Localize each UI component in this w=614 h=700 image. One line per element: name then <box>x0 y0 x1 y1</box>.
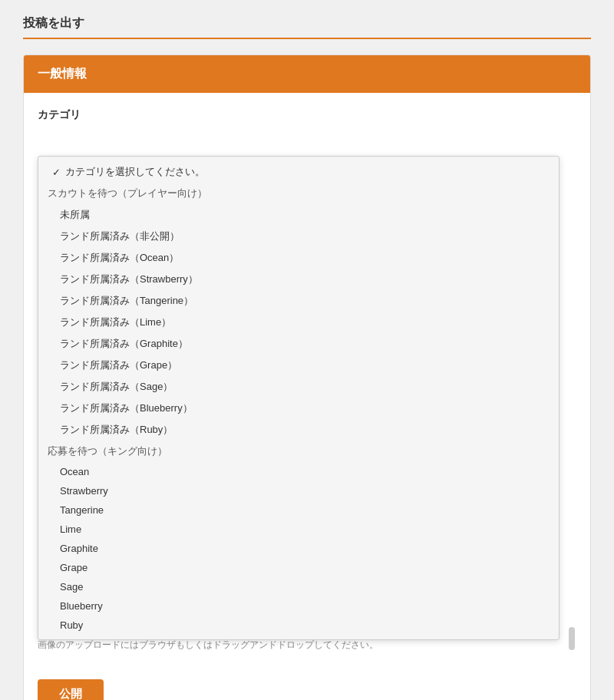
list-item[interactable]: ランド所属済み（Graphite） <box>38 333 559 355</box>
list-item[interactable]: ランド所属済み（Sage） <box>38 376 559 398</box>
main-card: 一般情報 カテゴリ カテゴリを選択してください。 スカウトを待つ（プレイヤー向け… <box>23 54 591 700</box>
list-item[interactable]: ランド所属済み（Tangerine） <box>38 290 559 312</box>
list-item[interactable]: Tangerine <box>38 500 559 520</box>
list-item[interactable]: ランド所属済み（Ocean） <box>38 247 559 269</box>
list-item[interactable]: Blueberry <box>38 596 559 616</box>
dropdown-open-list[interactable]: カテゴリを選択してください。 スカウトを待つ（プレイヤー向け） 未所属 ランド所… <box>38 156 560 640</box>
list-item[interactable]: ランド所属済み（Ruby） <box>38 419 559 441</box>
list-item[interactable]: ランド所属済み（Grape） <box>38 355 559 376</box>
upload-hint: 画像のアップロードにはブラウザもしくはドラッグアンドドロップしてください。 <box>38 639 576 652</box>
list-item[interactable]: ランド所属済み（Blueberry） <box>38 398 559 419</box>
page-title: 投稿を出す <box>23 15 591 31</box>
dropdown-item-placeholder[interactable]: カテゴリを選択してください。 <box>38 161 559 183</box>
dropdown-item-text: カテゴリを選択してください。 <box>65 165 205 179</box>
dropdown-group-scout: スカウトを待つ（プレイヤー向け） <box>38 183 559 204</box>
card-body: カテゴリ カテゴリを選択してください。 スカウトを待つ（プレイヤー向け） 未所属… <box>24 93 590 667</box>
list-item[interactable]: 未所属 <box>38 204 559 226</box>
title-divider <box>23 38 591 39</box>
list-item[interactable]: Ruby <box>38 616 559 635</box>
list-item[interactable]: Graphite <box>38 539 559 558</box>
list-item[interactable]: ランド所属済み（非公開） <box>38 226 559 247</box>
list-item[interactable]: Sage <box>38 577 559 596</box>
card-header: 一般情報 <box>24 55 590 93</box>
submit-area: 公開 <box>24 667 590 700</box>
list-item[interactable]: Strawberry <box>38 481 559 500</box>
list-item[interactable]: Grape <box>38 558 559 577</box>
dropdown-group-king: 応募を待つ（キング向け） <box>38 441 559 462</box>
list-item[interactable]: Lime <box>38 520 559 539</box>
category-label: カテゴリ <box>38 108 576 122</box>
list-item[interactable]: Ocean <box>38 462 559 481</box>
scrollbar[interactable] <box>569 627 575 650</box>
list-item[interactable]: ランド所属済み（Lime） <box>38 312 559 333</box>
page-wrapper: 投稿を出す 一般情報 カテゴリ カテゴリを選択してください。 スカウトを待つ（プ… <box>0 0 614 700</box>
list-item[interactable]: ランド所属済み（Strawberry） <box>38 269 559 290</box>
submit-button[interactable]: 公開 <box>38 679 104 700</box>
